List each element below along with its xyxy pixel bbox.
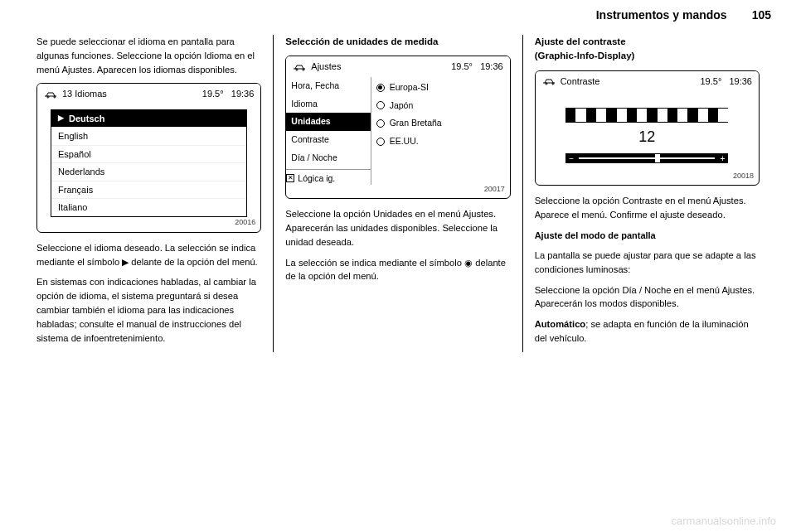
figure-units-title: Ajustes (311, 60, 341, 74)
list-item: Idioma (286, 95, 370, 114)
option-label: Europa-SI (390, 81, 429, 94)
list-item: Contraste (286, 131, 370, 149)
list-item: Europa-SI (376, 79, 505, 97)
col2-p1: Seleccione la opción Unidades en el menú… (285, 207, 510, 249)
list-item: ▶ Deutsch (51, 110, 246, 128)
car-icon (44, 90, 57, 99)
option-label: Japón (390, 99, 414, 113)
column-2: Selección de unidades de medida Ajustes … (273, 35, 522, 352)
list-item: Unidades (286, 113, 370, 131)
figure-units-body: Hora, Fecha Idioma Unidades Contraste Dí… (286, 77, 509, 199)
figure-number: 20016 (235, 217, 255, 229)
col2-heading: Selección de unidades de medida (285, 35, 510, 49)
col3-p1: Seleccione la opción Contraste en el men… (535, 194, 760, 222)
figure-units-options: Europa-SI Japón Gran Bretaña EE.UU. (371, 77, 510, 186)
radio-icon (376, 101, 385, 109)
list-item-label: Español (58, 148, 91, 162)
col3-p4-bold: Automático (535, 319, 586, 329)
figure-units-time: 19:36 (480, 61, 503, 71)
col2-p2: La selección se indica mediante el símbo… (285, 256, 510, 284)
list-item-label: Deutsch (69, 112, 104, 126)
figure-units-temp: 19.5° (451, 61, 473, 71)
checker-pattern (565, 108, 728, 123)
figure-number: 20018 (733, 171, 754, 182)
figure-languages-temp: 19.5° (202, 89, 224, 99)
option-label: EE.UU. (390, 135, 419, 148)
radio-icon (376, 84, 385, 92)
figure-languages-time: 19:36 (231, 89, 255, 99)
figure-number: 20017 (484, 184, 505, 196)
list-item-label: English (58, 129, 88, 143)
content-columns: Se puede seleccionar el idioma en pantal… (0, 28, 796, 352)
list-item: Japón (376, 97, 505, 115)
figure-contrast-bar: Contraste 19.5° 19:36 (536, 71, 759, 92)
triangle-icon: ▶ (58, 113, 64, 124)
col3-p2: La pantalla se puede ajustar para que se… (535, 249, 760, 277)
column-3: Ajuste del contraste (Graphic-Info-Displ… (522, 35, 771, 352)
col1-p3: En sistemas con indicaciones habladas, a… (36, 275, 261, 345)
minus-icon: − (569, 152, 574, 165)
list-item: Hora, Fecha (286, 77, 370, 95)
col3-p3: Seleccione la opción Día / Noche en el m… (535, 283, 760, 312)
car-icon (542, 77, 556, 85)
list-item-label: Français (58, 183, 93, 197)
contrast-value: 12 (546, 126, 749, 148)
figure-contrast: Contraste 19.5° 19:36 12 − (535, 70, 760, 186)
col3-heading1: Ajuste del contraste (535, 35, 760, 49)
col3-p4: Automático; se adapta en función de la i… (535, 317, 760, 346)
col1-p2: Seleccione el idioma deseado. La selecci… (36, 241, 261, 269)
list-item: Español (51, 146, 246, 164)
figure-contrast-body: 12 − + (536, 91, 759, 185)
footer-watermark: carmanualsonline.info (672, 515, 776, 527)
col1-intro: Se puede seleccionar el idioma en pantal… (36, 35, 261, 76)
list-item: Día / Noche (286, 149, 370, 167)
figure-languages-title: 13 Idiomas (62, 87, 107, 101)
figure-languages-bar: 13 Idiomas 19.5° 19:36 (37, 84, 260, 104)
page-header: Instrumentos y mandos 105 (0, 0, 796, 28)
figure-units-check: ✕ Lógica ig. (286, 169, 370, 186)
figure-contrast-time: 19:36 (729, 76, 752, 86)
figure-units-check-label: Lógica ig. (298, 172, 335, 186)
option-label: Gran Bretaña (390, 117, 442, 130)
list-item: Italiano (51, 199, 246, 216)
col3-heading2: (Graphic-Info-Display) (535, 49, 760, 63)
figure-contrast-temp: 19.5° (700, 76, 721, 86)
contrast-slider: − + (565, 153, 728, 163)
figure-contrast-title: Contraste (561, 75, 600, 89)
list-item-label: Nederlands (58, 165, 104, 179)
header-title: Instrumentos y mandos (596, 8, 727, 22)
radio-icon (376, 138, 385, 146)
figure-units-bar: Ajustes 19.5° 19:36 (286, 56, 509, 77)
list-item-label: Italiano (58, 201, 87, 215)
list-item: Français (51, 181, 246, 200)
figure-languages: 13 Idiomas 19.5° 19:36 ▶ Deutsch English… (36, 83, 261, 233)
figure-units: Ajustes 19.5° 19:36 Hora, Fecha Idioma U… (285, 56, 510, 199)
column-1: Se puede seleccionar el idioma en pantal… (25, 35, 273, 352)
figure-units-menu: Hora, Fecha Idioma Unidades Contraste Dí… (286, 77, 371, 186)
list-item: English (51, 128, 246, 146)
car-icon (293, 63, 306, 71)
figure-languages-body: ▶ Deutsch English Español Nederlands Fra… (37, 104, 260, 232)
plus-icon: + (721, 152, 726, 165)
radio-icon (376, 119, 385, 128)
list-item: EE.UU. (376, 133, 505, 151)
col3-sub2: Ajuste del modo de pantalla (535, 229, 760, 243)
header-page-number: 105 (752, 8, 771, 22)
list-item: Nederlands (51, 163, 246, 181)
checkbox-icon: ✕ (286, 174, 294, 182)
language-list: ▶ Deutsch English Español Nederlands Fra… (51, 109, 247, 217)
list-item: Gran Bretaña (376, 114, 505, 133)
